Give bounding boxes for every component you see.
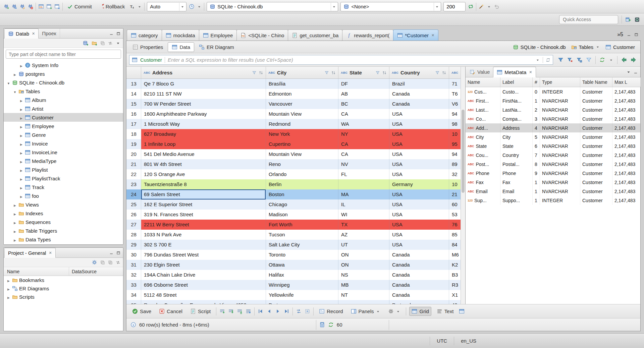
navigate-row-icon[interactable] bbox=[296, 308, 302, 314]
city-cell[interactable]: Edmonton bbox=[266, 89, 338, 99]
new-sql-editor-icon[interactable] bbox=[46, 4, 52, 9]
filter-expression-input[interactable]: Customer Enter a SQL expression to filte… bbox=[129, 55, 553, 65]
city-cell[interactable]: Berlin bbox=[266, 179, 338, 189]
state-cell[interactable]: NY bbox=[338, 129, 389, 139]
maximize-icon[interactable] bbox=[634, 32, 639, 37]
tree-item-customer[interactable]: Customer bbox=[4, 113, 123, 122]
expand-arrow-icon[interactable] bbox=[6, 286, 11, 291]
tree-item-indexes[interactable]: Indexes bbox=[4, 209, 123, 218]
address-cell[interactable]: 5112 48 Street bbox=[141, 290, 266, 300]
city-cell[interactable]: Porto bbox=[266, 300, 338, 304]
state-cell[interactable]: AZ bbox=[338, 230, 389, 240]
breadcrumb-database[interactable]: SQLite - Chinook.db bbox=[513, 44, 566, 50]
state-cell[interactable]: WA bbox=[338, 119, 389, 129]
country-cell[interactable]: Canada bbox=[389, 250, 449, 260]
open-perspective-icon[interactable] bbox=[625, 17, 631, 22]
tab-value[interactable]: Value bbox=[466, 67, 493, 77]
tree-item-postgres[interactable]: postgres bbox=[4, 69, 123, 78]
editor-tab-rewards-report[interactable]: frewards_report( bbox=[342, 30, 393, 41]
expand-arrow-icon[interactable] bbox=[13, 228, 17, 233]
address-cell[interactable]: 696 Osborne Street bbox=[141, 280, 266, 290]
address-cell[interactable]: 319 N. Frances Street bbox=[141, 210, 266, 220]
collapse-arrow-icon[interactable] bbox=[6, 80, 11, 85]
postal-cell[interactable]: 84 bbox=[449, 240, 461, 250]
postal-cell[interactable]: 98 bbox=[449, 119, 461, 129]
calc-panel-icon[interactable] bbox=[319, 322, 325, 328]
tab-metadata[interactable]: MetaData✕ bbox=[493, 67, 536, 77]
open-sql-console-icon[interactable] bbox=[54, 4, 60, 9]
row-number-cell[interactable]: 20 bbox=[126, 149, 141, 159]
tree-item-genre[interactable]: Genre bbox=[4, 130, 123, 139]
column-sort-icon[interactable] bbox=[442, 70, 446, 75]
grid-settings-button[interactable] bbox=[386, 307, 403, 316]
country-cell[interactable]: Portugal bbox=[389, 300, 449, 304]
tree-item-views[interactable]: Views bbox=[4, 200, 123, 209]
address-cell[interactable]: 162 E Superior Street bbox=[141, 199, 266, 210]
column-header-state[interactable]: ABCState bbox=[338, 67, 389, 78]
country-cell[interactable]: USA bbox=[389, 119, 449, 129]
tab-overflow-indicator[interactable]: »5 bbox=[614, 32, 627, 38]
expand-arrow-icon[interactable] bbox=[19, 63, 23, 68]
txn-mode-combo[interactable]: Auto bbox=[147, 2, 186, 11]
metadata-row[interactable]: ABCFirst...FirstNa...1NVARCHARCustomer2,… bbox=[466, 96, 640, 105]
country-cell[interactable]: Canada bbox=[389, 290, 449, 300]
locale-indicator[interactable]: en_US bbox=[454, 337, 483, 345]
tree-item-sequences[interactable]: Sequences bbox=[4, 218, 123, 226]
city-cell[interactable]: Vancouver bbox=[266, 99, 338, 109]
expand-all-icon[interactable] bbox=[108, 260, 113, 265]
tree-item-tables[interactable]: Tables bbox=[4, 87, 123, 96]
country-cell[interactable]: USA bbox=[389, 240, 449, 250]
tree-item-mediatype[interactable]: MediaType bbox=[4, 157, 123, 165]
column-header-name[interactable]: Name bbox=[466, 77, 500, 87]
postal-cell[interactable]: 95 bbox=[449, 139, 461, 149]
select-cell-icon[interactable] bbox=[305, 308, 310, 314]
tree-item-data-types[interactable]: Data Types bbox=[4, 235, 123, 244]
save-button[interactable]: Save bbox=[130, 307, 154, 316]
row-number-cell[interactable]: 19 bbox=[126, 139, 141, 149]
editor-tab-sqlite-chino[interactable]: SQL<SQLite - Chino bbox=[236, 30, 288, 41]
country-cell[interactable]: USA bbox=[389, 149, 449, 159]
city-cell[interactable]: Winnipeg bbox=[266, 280, 338, 290]
row-number-cell[interactable]: 25 bbox=[126, 199, 141, 210]
state-cell[interactable]: ON bbox=[338, 250, 389, 260]
address-cell[interactable]: 541 Del Medio Avenue bbox=[141, 149, 266, 159]
new-folder-icon[interactable] bbox=[92, 40, 97, 46]
address-cell[interactable]: 1 Infinite Loop bbox=[141, 139, 266, 149]
column-sort-icon[interactable] bbox=[259, 70, 263, 75]
state-cell[interactable]: ON bbox=[338, 260, 389, 270]
metadata-row[interactable]: ABCStateState6NVARCHARCustomer2,147,483 bbox=[466, 141, 640, 151]
grid-view-button[interactable]: Grid bbox=[409, 307, 431, 316]
country-cell[interactable]: USA bbox=[389, 220, 449, 230]
country-cell[interactable]: Canada bbox=[389, 270, 449, 280]
column-header-table-name[interactable]: Table Name bbox=[580, 77, 612, 87]
column-header-country[interactable]: ABCCountry bbox=[389, 67, 449, 78]
editor-tab-employee[interactable]: Employee bbox=[199, 30, 237, 41]
row-number-cell[interactable]: 34 bbox=[126, 290, 141, 300]
scrollbar-thumb[interactable] bbox=[462, 110, 465, 193]
close-icon[interactable]: ✕ bbox=[431, 34, 434, 37]
history-icon[interactable] bbox=[189, 4, 195, 9]
tree-item-playlist[interactable]: Playlist bbox=[4, 165, 123, 174]
country-cell[interactable]: USA bbox=[389, 109, 449, 119]
metadata-row[interactable]: ABCCo...Compa...3NVARCHARCustomer2,147,4… bbox=[466, 114, 640, 123]
last-row-icon[interactable] bbox=[284, 308, 289, 314]
country-cell[interactable]: USA bbox=[389, 189, 449, 199]
metadata-row[interactable]: ABCFaxFax1NVARCHARCustomer2,147,483 bbox=[466, 178, 640, 187]
state-cell[interactable]: BC bbox=[338, 99, 389, 109]
new-connection-icon[interactable] bbox=[3, 4, 9, 9]
minimize-icon[interactable] bbox=[109, 31, 114, 36]
column-sort-icon[interactable] bbox=[382, 70, 387, 75]
filter-apply-icon[interactable] bbox=[558, 57, 564, 63]
city-cell[interactable]: Salt Lake City bbox=[266, 240, 338, 250]
postal-cell[interactable]: B3 bbox=[449, 270, 461, 280]
address-cell[interactable]: Qe 7 Bloco G bbox=[141, 79, 266, 89]
column-header-type[interactable]: Type bbox=[540, 77, 580, 87]
city-cell[interactable]: Fort Worth bbox=[266, 220, 338, 230]
address-cell[interactable]: 1600 Amphitheatre Parkway bbox=[141, 109, 266, 119]
country-cell[interactable]: Germany bbox=[389, 179, 449, 189]
expand-arrow-icon[interactable] bbox=[19, 124, 23, 129]
project-item-bookmarks[interactable]: Bookmarks bbox=[4, 276, 123, 284]
city-cell[interactable]: New York bbox=[266, 129, 338, 139]
postal-cell[interactable]: 94 bbox=[449, 109, 461, 119]
nav-back-icon[interactable] bbox=[621, 57, 627, 63]
